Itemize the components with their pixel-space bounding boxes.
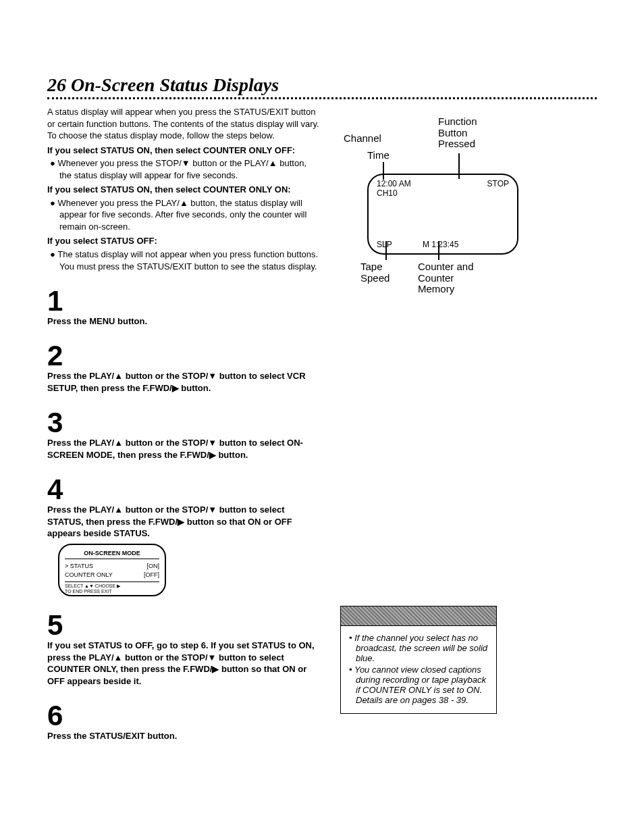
menu-foot-2: TO END PRESS EXIT xyxy=(65,589,159,594)
step-5-text: If you set STATUS to OFF, go to step 6. … xyxy=(47,640,320,687)
label-function-button: Function Button Pressed xyxy=(438,116,492,150)
label-tape-speed: Tape Speed xyxy=(360,261,401,284)
if-status-on-counter-on: If you select STATUS ON, then select COU… xyxy=(47,184,320,196)
step-1-text: Press the MENU button. xyxy=(47,315,320,328)
menu-row-status: > STATUS xyxy=(65,562,93,570)
step-4-number: 4 xyxy=(47,477,320,502)
label-channel: Channel xyxy=(344,133,381,145)
step-6-number: 6 xyxy=(47,703,320,729)
menu-screen: ON-SCREEN MODE > STATUS [ON] COUNTER ONL… xyxy=(58,544,166,597)
menu-row-counter: COUNTER ONLY xyxy=(65,571,113,579)
osd-slp: SLP xyxy=(377,240,392,249)
osd-channel: CH10 xyxy=(377,188,411,198)
if-status-off: If you select STATUS OFF: xyxy=(47,235,320,247)
hint-1: If the channel you select has no broadca… xyxy=(354,633,489,663)
page-title: 26 On-Screen Status Displays xyxy=(47,74,597,96)
bullet-2: Whenever you press the PLAY/▲ button, th… xyxy=(47,197,320,233)
intro-text: A status display will appear when you pr… xyxy=(47,106,320,142)
if-status-on-counter-off: If you select STATUS ON, then select COU… xyxy=(47,145,320,157)
hint-box: If the channel you select has no broadca… xyxy=(340,606,497,714)
label-time: Time xyxy=(367,150,390,161)
step-2-number: 2 xyxy=(47,343,320,369)
menu-foot-1: SELECT ▲▼ CHOOSE ▶ xyxy=(65,584,159,589)
menu-row-counter-value: [OFF] xyxy=(144,571,159,579)
menu-row-status-value: [ON] xyxy=(146,562,159,570)
left-column: A status display will appear when you pr… xyxy=(47,106,320,742)
osd-counter: M 1:23:45 xyxy=(423,240,458,249)
right-column: Channel Time Function Button Pressed 12:… xyxy=(340,106,597,742)
step-4-text: Press the PLAY/▲ button or the STOP/▼ bu… xyxy=(47,504,320,540)
step-2-text: Press the PLAY/▲ button or the STOP/▼ bu… xyxy=(47,370,320,394)
osd-time: 12:00 AM xyxy=(377,179,411,188)
divider xyxy=(47,97,597,99)
bullet-3: The status display will not appear when … xyxy=(47,249,320,272)
step-3-number: 3 xyxy=(47,410,320,436)
step-5-number: 5 xyxy=(47,613,320,638)
tv-screen: 12:00 AM CH10 STOP SLP M 1:23:45 xyxy=(367,174,518,255)
menu-title: ON-SCREEN MODE xyxy=(65,549,159,559)
hint-header xyxy=(341,606,496,626)
status-display-diagram: Channel Time Function Button Pressed 12:… xyxy=(340,106,597,309)
osd-stop: STOP xyxy=(487,179,509,188)
step-1-number: 1 xyxy=(47,288,320,314)
bullet-1: Whenever you press the STOP/▼ button or … xyxy=(47,157,320,181)
step-3-text: Press the PLAY/▲ button or the STOP/▼ bu… xyxy=(47,437,320,461)
hint-2: You cannot view closed captions during r… xyxy=(354,665,489,705)
label-counter: Counter and Counter Memory xyxy=(418,261,479,295)
step-6-text: Press the STATUS/EXIT button. xyxy=(47,730,320,742)
